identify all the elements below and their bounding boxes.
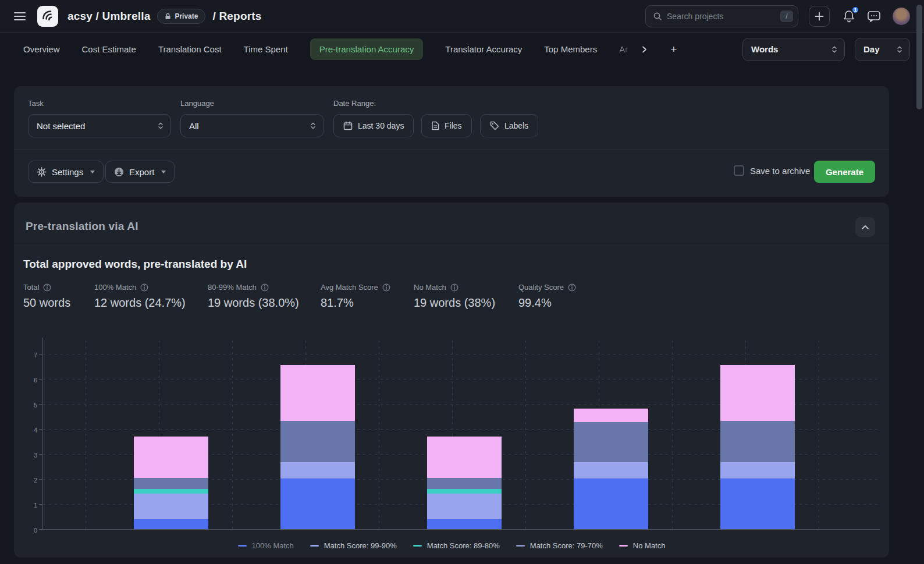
legend-item-match-score-99-90[interactable]: Match Score: 99-90% (310, 541, 397, 550)
legend-label: Match Score: 99-90% (324, 541, 397, 550)
section-divider (14, 246, 889, 246)
app-root: acsy / Umbrella Private / Reports / (0, 0, 924, 564)
task-filter-select[interactable]: Not selected (28, 114, 171, 137)
bar-segment-match-score-79-70 (280, 421, 355, 462)
chevron-right-icon (640, 45, 648, 54)
period-select[interactable]: Day (855, 38, 910, 61)
tab-time-spent[interactable]: Time Spent (244, 44, 288, 54)
info-icon[interactable] (382, 283, 390, 292)
tab-translator-accuracy[interactable]: Translator Accuracy (445, 44, 522, 54)
header-actions: / 1 (645, 5, 910, 27)
legend-item-100-match[interactable]: 100% Match (238, 541, 294, 550)
language-filter-select[interactable]: All (180, 114, 324, 137)
settings-button[interactable]: Settings (28, 161, 104, 183)
bar-5[interactable] (720, 365, 795, 529)
unit-select[interactable]: Words (742, 38, 845, 61)
info-icon[interactable] (43, 283, 51, 292)
caret-down-icon (90, 171, 95, 173)
collapse-section-button[interactable] (855, 217, 875, 237)
search-shortcut-key: / (780, 10, 793, 22)
info-icon[interactable] (261, 283, 269, 292)
stat-label: 100% Match (94, 283, 186, 292)
info-icon[interactable] (450, 283, 459, 292)
bar-3[interactable] (427, 437, 502, 529)
sort-icon (897, 45, 902, 54)
stat-label-text: 100% Match (94, 283, 136, 292)
tab-ar[interactable]: Ar (619, 44, 632, 54)
bar-segment-no-match (280, 365, 355, 421)
legend-item-no-match[interactable]: No Match (619, 541, 666, 550)
tabs-scroll-right-button[interactable] (640, 45, 648, 54)
files-filter-button[interactable]: Files (421, 114, 472, 137)
bar-4[interactable] (574, 409, 648, 529)
tab-overview[interactable]: Overview (23, 44, 60, 54)
y-tick-label: 2 (23, 477, 37, 484)
legend-dash-icon (310, 545, 319, 547)
bar-segment-no-match (574, 409, 648, 422)
save-to-archive-checkbox[interactable] (734, 165, 744, 176)
tab-pre-translation-accuracy[interactable]: Pre-translation Accuracy (310, 38, 424, 60)
y-tick-mark (39, 454, 42, 455)
bar-1[interactable] (134, 437, 208, 529)
stats-row: Total50 words100% Match12 words (24.7%)8… (14, 283, 889, 315)
stat-label: Avg Match Score (321, 283, 390, 292)
y-tick-mark (39, 404, 42, 405)
y-tick-label: 3 (23, 452, 37, 459)
y-tick-label: 7 (23, 352, 37, 359)
save-to-archive-label: Save to archive (750, 166, 810, 176)
search-box[interactable]: / (645, 5, 798, 27)
date-range-value: Last 30 days (358, 121, 404, 130)
legend-item-match-score-89-80[interactable]: Match Score: 89-80% (413, 541, 500, 550)
bar-segment-no-match (427, 437, 502, 478)
y-tick-mark (39, 354, 42, 354)
bar-segment-match-score-89-80 (134, 489, 208, 494)
y-tick-mark (39, 479, 42, 480)
bar-segment-100-match (134, 519, 208, 529)
generate-button[interactable]: Generate (814, 161, 875, 183)
stat-label: Quality Score (518, 283, 576, 292)
user-avatar[interactable] (893, 8, 910, 25)
search-input[interactable] (667, 12, 780, 21)
breadcrumb: acsy / Umbrella Private / Reports (67, 9, 262, 24)
save-to-archive: Save to archive (734, 165, 810, 176)
legend-item-match-score-79-70[interactable]: Match Score: 79-70% (516, 541, 603, 550)
stat-label-text: No Match (414, 283, 446, 292)
bar-segment-match-score-99-90 (134, 494, 208, 519)
date-range-button[interactable]: Last 30 days (333, 114, 414, 137)
legend-dash-icon (619, 545, 628, 547)
stat-no-match: No Match19 words (38%) (414, 283, 495, 310)
tab-top-members[interactable]: Top Members (544, 44, 597, 54)
stat-value: 81.7% (321, 296, 390, 310)
info-icon[interactable] (568, 283, 576, 292)
y-tick-label: 1 (23, 502, 37, 509)
y-tick-label: 6 (23, 377, 37, 384)
breadcrumb-page: / Reports (212, 10, 261, 23)
stacked-bar-chart: 01234567 (42, 333, 880, 530)
download-icon (114, 167, 124, 177)
y-tick-mark (39, 504, 42, 505)
stat-label: Total (23, 283, 70, 292)
gridline-x (525, 339, 526, 529)
notifications-button[interactable]: 1 (843, 9, 855, 23)
breadcrumb-project-path[interactable]: acsy / Umbrella (67, 10, 150, 23)
labels-filter-button[interactable]: Labels (480, 114, 538, 137)
messages-button[interactable] (867, 10, 881, 23)
section-title: Pre-translation via AI (26, 220, 138, 233)
private-badge: Private (157, 9, 205, 24)
create-project-button[interactable] (809, 6, 830, 27)
stat-value: 12 words (24.7%) (94, 296, 186, 310)
app-logo[interactable] (37, 6, 58, 27)
notifications-count-badge: 1 (851, 6, 859, 14)
date-range-label: Date Range: (333, 99, 376, 108)
export-button[interactable]: Export (105, 161, 175, 183)
stat-value: 19 words (38.0%) (208, 296, 299, 310)
stat-label-text: Quality Score (518, 283, 564, 292)
settings-button-label: Settings (52, 167, 83, 177)
info-icon[interactable] (140, 283, 148, 292)
add-report-tab-button[interactable]: + (670, 43, 677, 56)
hamburger-menu-icon[interactable] (14, 12, 26, 20)
bar-2[interactable] (280, 365, 355, 529)
tab-cost-estimate[interactable]: Cost Estimate (82, 44, 136, 54)
tab-translation-cost[interactable]: Translation Cost (158, 44, 222, 54)
stat-label-text: Total (23, 283, 39, 292)
